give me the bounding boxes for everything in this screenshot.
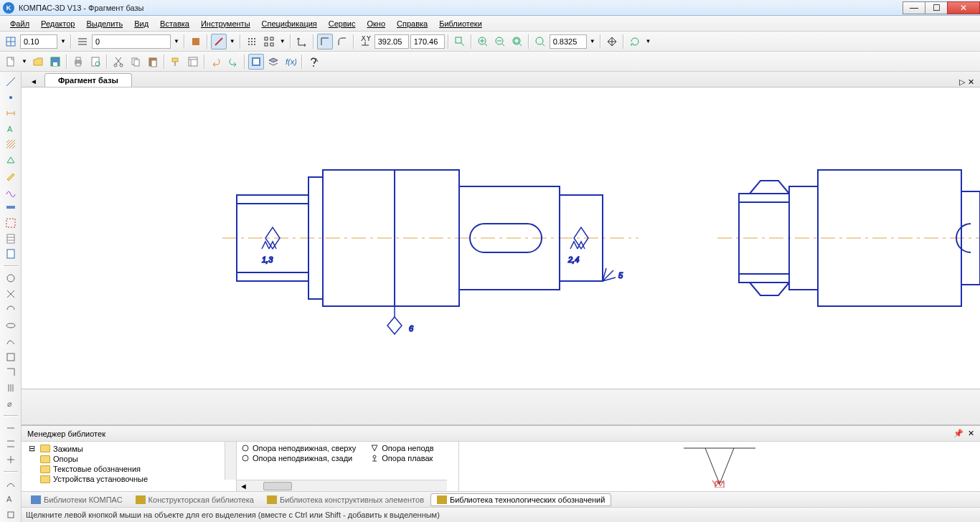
sel-button[interactable] <box>2 216 19 230</box>
menu-window[interactable]: Окно <box>361 18 391 29</box>
libmgr-list[interactable]: Опора неподвижная, сверху Опора неподвиж… <box>237 442 459 491</box>
libmgr-tree[interactable]: ⊟Зажимы Опоры Текстовые обозначения Устр… <box>22 442 237 491</box>
copy-button[interactable] <box>128 54 143 70</box>
step-dropdown-icon[interactable]: ▼ <box>59 38 67 44</box>
print-button[interactable] <box>70 54 86 70</box>
tab-prev-icon[interactable]: ◄ <box>27 76 40 87</box>
close-button[interactable]: ✕ <box>947 1 980 14</box>
dim-button[interactable] <box>2 106 19 120</box>
step-input[interactable] <box>20 34 57 49</box>
tool-m-button[interactable] <box>2 477 19 491</box>
hatch-button[interactable] <box>2 137 19 151</box>
style-input[interactable] <box>92 34 171 49</box>
variables-button[interactable]: f(x) <box>283 54 298 70</box>
paste-button[interactable] <box>145 54 161 70</box>
tool-c-button[interactable] <box>2 303 19 317</box>
menu-edit[interactable]: Редактор <box>35 18 80 29</box>
lib-tab-tech[interactable]: Библиотека технологических обозначений <box>430 493 611 506</box>
coord-mode-button[interactable]: XY <box>357 34 373 49</box>
tool-a-button[interactable] <box>2 271 19 285</box>
layers-button[interactable] <box>265 54 281 70</box>
menu-spec[interactable]: Спецификация <box>256 18 323 29</box>
tool-i-button[interactable]: ⌀ <box>2 397 19 411</box>
tab-next-icon[interactable]: ▷ <box>959 77 965 87</box>
geom-point-button[interactable] <box>2 90 19 105</box>
color-button[interactable] <box>188 34 204 49</box>
tool-k-button[interactable] <box>2 437 19 451</box>
coord-y-input[interactable] <box>410 34 445 49</box>
menu-libraries[interactable]: Библиотеки <box>433 18 488 29</box>
ortho-lock-button[interactable] <box>317 34 333 49</box>
tool-d-button[interactable] <box>2 318 19 333</box>
help-button[interactable] <box>306 54 321 70</box>
menu-service[interactable]: Сервис <box>323 18 362 29</box>
spec-button[interactable] <box>2 232 19 246</box>
minimize-button[interactable]: — <box>903 1 925 14</box>
report-button[interactable] <box>2 247 19 261</box>
lib-tab-elements[interactable]: Библиотека конструктивных элементов <box>260 493 430 506</box>
libmgr-button[interactable] <box>248 54 264 70</box>
ortho-dropdown-icon[interactable]: ▼ <box>228 38 237 44</box>
tool-n-button[interactable]: A <box>2 492 19 506</box>
line-style-button[interactable] <box>75 34 90 49</box>
save-button[interactable] <box>47 54 63 70</box>
zoom-dropdown-icon[interactable]: ▼ <box>588 38 597 44</box>
tool-h-button[interactable] <box>2 381 19 395</box>
ortho-button[interactable] <box>211 34 227 49</box>
zoom-input[interactable] <box>550 34 587 49</box>
properties-button[interactable] <box>185 54 201 70</box>
maximize-button[interactable]: ☐ <box>925 1 948 14</box>
zoom-out-button[interactable] <box>492 34 508 49</box>
snap-toggle-button[interactable] <box>3 34 19 49</box>
zoom-sel-button[interactable] <box>509 34 525 49</box>
scrollbar-v[interactable] <box>225 442 236 480</box>
annotation-button[interactable]: A <box>2 122 19 136</box>
round-button[interactable] <box>334 34 350 49</box>
tool-g-button[interactable] <box>2 365 19 379</box>
zoom-window-button[interactable] <box>452 34 468 49</box>
new-dropdown-icon[interactable]: ▼ <box>20 58 29 65</box>
rough-button[interactable] <box>2 153 19 167</box>
tool-o-button[interactable] <box>2 508 19 522</box>
zoom-in-button[interactable] <box>475 34 491 49</box>
menu-insert[interactable]: Вставка <box>154 18 195 29</box>
tab-fragment[interactable]: Фрагмент базы <box>44 73 132 87</box>
undo-button[interactable] <box>208 54 224 70</box>
redo-button[interactable] <box>225 54 241 70</box>
scrollbar-h[interactable]: ◄ <box>237 480 447 491</box>
menu-help[interactable]: Справка <box>391 18 433 29</box>
drawing-canvas[interactable]: 1,3 2,4 5 6 <box>22 87 980 389</box>
geom-line-button[interactable] <box>2 75 19 89</box>
tool-f-button[interactable] <box>2 350 19 364</box>
coord-x-input[interactable] <box>374 34 409 49</box>
lib-tab-kompas[interactable]: Библиотеки КОМПАС <box>24 493 129 506</box>
new-button[interactable] <box>3 54 19 70</box>
grid-button[interactable] <box>244 34 260 49</box>
libmgr-close-icon[interactable]: ✕ <box>968 429 974 438</box>
edit-button[interactable] <box>2 169 19 183</box>
menu-file[interactable]: Файл <box>4 18 35 29</box>
preview-button[interactable] <box>88 54 103 70</box>
open-button[interactable] <box>30 54 46 70</box>
menu-view[interactable]: Вид <box>128 18 154 29</box>
grid-menu-button[interactable] <box>261 34 277 49</box>
param-button[interactable] <box>2 184 19 199</box>
lcs-button[interactable] <box>294 34 310 49</box>
format-painter-button[interactable] <box>168 54 184 70</box>
grid-dropdown-icon[interactable]: ▼ <box>278 38 287 44</box>
libmgr-pin-icon[interactable]: 📌 <box>953 429 963 438</box>
tool-e-button[interactable] <box>2 334 19 348</box>
refresh-button[interactable] <box>627 34 643 49</box>
measure-button[interactable] <box>2 200 19 214</box>
refresh-dropdown-icon[interactable]: ▼ <box>644 38 653 44</box>
lib-tab-constructor[interactable]: Конструкторская библиотека <box>129 493 260 506</box>
tool-j-button[interactable] <box>2 421 19 435</box>
menu-tools[interactable]: Инструменты <box>195 18 256 29</box>
tool-l-button[interactable] <box>2 452 19 467</box>
tab-close-icon[interactable]: ✕ <box>968 77 974 87</box>
pan-button[interactable] <box>604 34 620 49</box>
zoom-scale-button[interactable] <box>532 34 548 49</box>
style-dropdown-icon[interactable]: ▼ <box>172 38 181 44</box>
tool-b-button[interactable] <box>2 287 19 301</box>
cut-button[interactable] <box>110 54 126 70</box>
